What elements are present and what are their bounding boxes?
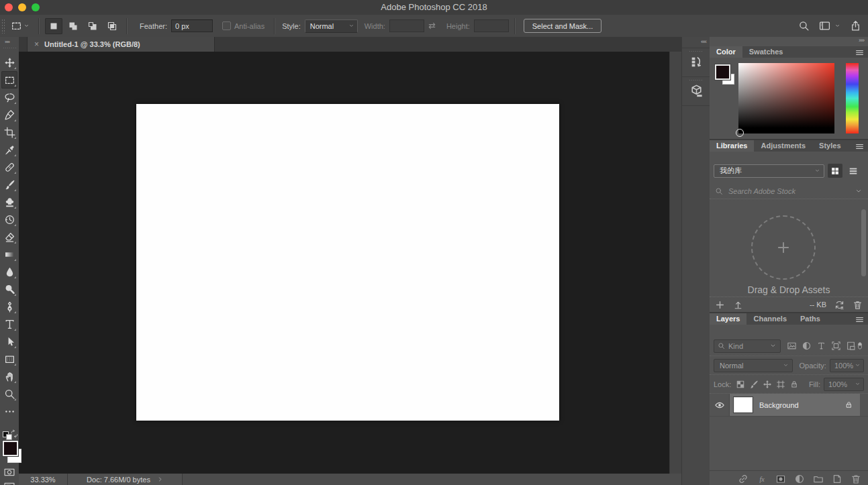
- dodge-tool[interactable]: [1, 280, 17, 298]
- share-icon[interactable]: [850, 20, 861, 32]
- opacity-input[interactable]: 100%: [830, 359, 864, 372]
- feather-input[interactable]: [171, 19, 213, 32]
- rectangular-marquee-tool[interactable]: [1, 71, 17, 89]
- gradient-tool[interactable]: [1, 246, 17, 263]
- chevron-down-icon[interactable]: [855, 187, 863, 195]
- tab-paths[interactable]: Paths: [793, 313, 827, 325]
- color-field[interactable]: [738, 63, 834, 133]
- fx-icon[interactable]: fx: [757, 474, 767, 484]
- eraser-tool[interactable]: [1, 228, 17, 246]
- layer-visibility-toggle[interactable]: [710, 394, 730, 416]
- panels-collapse-button[interactable]: »»: [859, 37, 864, 44]
- crop-tool[interactable]: [1, 123, 17, 141]
- lock-move-icon[interactable]: [763, 380, 772, 389]
- subtract-selection-button[interactable]: [84, 18, 101, 34]
- lock-artboard-icon[interactable]: [776, 380, 785, 389]
- lock-all-icon[interactable]: [789, 380, 799, 389]
- adjustment-filter-icon[interactable]: [802, 341, 812, 351]
- document-tab[interactable]: × Untitled-1 @ 33.3% (RGB/8): [27, 37, 215, 52]
- history-panel-button[interactable]: [682, 48, 710, 77]
- filter-toggle-switch[interactable]: [856, 341, 864, 351]
- lasso-tool[interactable]: [1, 89, 17, 106]
- tab-libraries[interactable]: Libraries: [710, 140, 754, 152]
- library-select[interactable]: 我的库: [714, 164, 824, 178]
- link-icon[interactable]: [738, 474, 749, 484]
- foreground-color-swatch[interactable]: [715, 64, 730, 80]
- zoom-level-field[interactable]: 33.33%: [19, 474, 68, 485]
- smart-filter-icon[interactable]: [846, 341, 856, 351]
- toolbar-grip[interactable]: [3, 47, 16, 50]
- fill-input[interactable]: 100%: [824, 378, 864, 391]
- chevron-down-icon[interactable]: [840, 23, 840, 29]
- mask-icon[interactable]: [775, 474, 786, 484]
- folder-icon[interactable]: [813, 474, 824, 484]
- sync-disabled-icon[interactable]: [834, 300, 845, 310]
- canvas-area[interactable]: [19, 52, 669, 474]
- color-field-cursor[interactable]: [736, 129, 744, 137]
- list-view-button[interactable]: [846, 164, 861, 178]
- brush-tool[interactable]: [1, 176, 17, 193]
- intersect-selection-button[interactable]: [103, 18, 121, 34]
- blend-mode-select[interactable]: Normal: [714, 359, 793, 372]
- move-tool[interactable]: [1, 54, 17, 71]
- options-bar-grip[interactable]: [1, 19, 6, 34]
- layers-panel-menu-icon[interactable]: [855, 315, 864, 324]
- trash-icon[interactable]: [853, 300, 863, 310]
- tab-swatches[interactable]: Swatches: [742, 46, 790, 58]
- type-filter-icon[interactable]: [816, 341, 826, 351]
- foreground-color-swatch[interactable]: [3, 441, 18, 456]
- upload-icon[interactable]: [733, 300, 743, 310]
- type-tool[interactable]: [1, 315, 17, 333]
- quick-mask-button[interactable]: [3, 466, 16, 478]
- swap-colors-icon[interactable]: [10, 429, 19, 438]
- tab-styles[interactable]: Styles: [812, 140, 847, 152]
- layer-row[interactable]: Background: [710, 394, 868, 417]
- libraries-panel-menu-icon[interactable]: [855, 142, 864, 151]
- adobe-stock-search-input[interactable]: [727, 186, 851, 196]
- hue-ramp[interactable]: [846, 63, 859, 133]
- tab-channels[interactable]: Channels: [746, 313, 793, 325]
- swap-width-height-icon[interactable]: [427, 21, 437, 31]
- new-layer-icon[interactable]: [832, 474, 842, 484]
- rectangle-tool[interactable]: [1, 350, 17, 368]
- document-canvas[interactable]: [136, 104, 559, 421]
- tab-color[interactable]: Color: [710, 46, 742, 58]
- frame-filter-icon[interactable]: [831, 341, 841, 351]
- drop-assets-target[interactable]: [751, 215, 816, 280]
- tab-layers[interactable]: Layers: [710, 313, 746, 325]
- search-icon[interactable]: [798, 20, 810, 32]
- spot-healing-brush-tool[interactable]: [1, 158, 17, 176]
- workspace-switcher-icon[interactable]: [819, 20, 830, 32]
- trash-icon[interactable]: [851, 474, 861, 484]
- screen-mode-button[interactable]: [3, 480, 16, 485]
- color-panel-menu-icon[interactable]: [855, 48, 864, 57]
- style-select[interactable]: Normal: [305, 19, 358, 33]
- quick-selection-tool[interactable]: [1, 106, 17, 123]
- path-selection-tool[interactable]: [1, 333, 17, 350]
- add-selection-button[interactable]: [64, 18, 82, 34]
- layer-name[interactable]: Background: [759, 401, 799, 409]
- tab-adjustments[interactable]: Adjustments: [754, 140, 812, 152]
- width-input[interactable]: [389, 19, 424, 32]
- height-input[interactable]: [474, 19, 509, 32]
- adjustment-icon[interactable]: [794, 474, 805, 484]
- toolbar-expand-button[interactable]: »»: [0, 37, 19, 45]
- canvas-vertical-scrollbar[interactable]: [669, 52, 682, 474]
- history-brush-tool[interactable]: [1, 211, 17, 228]
- lock-paint-icon[interactable]: [749, 380, 759, 389]
- chevron-right-icon[interactable]: [157, 476, 163, 482]
- eyedropper-tool[interactable]: [1, 141, 17, 158]
- grid-view-button[interactable]: [828, 164, 842, 178]
- tool-preset-picker[interactable]: [7, 18, 33, 34]
- select-and-mask-button[interactable]: Select and Mask...: [524, 19, 602, 33]
- doc-info-field[interactable]: Doc: 7.66M/0 bytes: [68, 474, 183, 485]
- blur-tool[interactable]: [1, 263, 17, 280]
- clone-stamp-tool[interactable]: [1, 193, 17, 211]
- libraries-scrollbar[interactable]: [861, 209, 866, 276]
- zoom-tool[interactable]: [1, 385, 17, 402]
- dock-expand-button[interactable]: ««: [682, 37, 710, 45]
- layer-filter-kind-select[interactable]: Kind: [714, 339, 781, 353]
- image-filter-icon[interactable]: [787, 341, 797, 351]
- plus-icon[interactable]: [715, 300, 725, 310]
- hand-tool[interactable]: [1, 368, 17, 385]
